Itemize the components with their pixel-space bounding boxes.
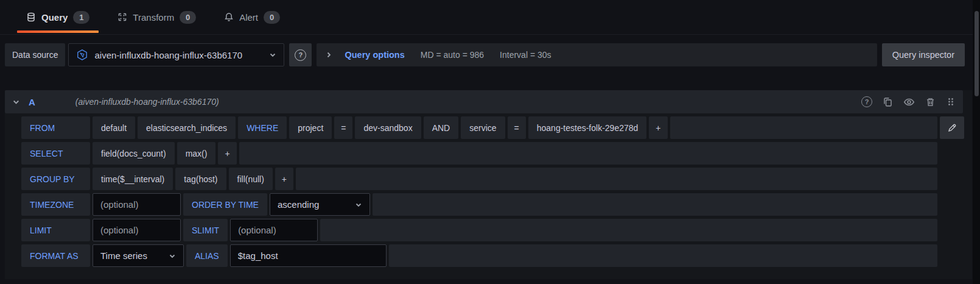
timezone-input[interactable]: [93, 193, 181, 216]
from-row: FROM default elasticsearch_indices WHERE…: [21, 116, 937, 139]
query-editor-tabbar: Query 1 Transform 0 Alert 0: [0, 0, 980, 35]
format-as-keyword: FORMAT AS: [21, 244, 90, 267]
chevron-down-icon: [269, 51, 276, 59]
alias-input[interactable]: [230, 244, 387, 267]
datasource-picker[interactable]: aiven-influxdb-hoang-influx-63b6170: [68, 43, 284, 66]
tab-transform[interactable]: Transform 0: [108, 0, 205, 34]
format-as-value: Time series: [100, 250, 147, 261]
add-group-by-button[interactable]: +: [275, 168, 293, 190]
where-tag-key-segment[interactable]: project: [289, 116, 332, 139]
row-fill: [670, 116, 938, 139]
group-by-row: GROUP BY time($__interval) tag(host) fil…: [21, 168, 937, 190]
datasource-toolbar: Data source aiven-influxdb-hoang-influx-…: [5, 43, 965, 66]
query-editor-panel: A (aiven-influxdb-hoang-influx-63b6170) …: [5, 90, 972, 279]
query-ref-id: A: [29, 97, 35, 107]
where-operator-segment[interactable]: =: [334, 116, 352, 139]
limit-row: LIMIT SLIMIT: [21, 219, 937, 241]
tab-alert[interactable]: Alert 0: [215, 0, 289, 34]
where-operator-segment[interactable]: =: [508, 116, 526, 139]
delete-query-trash-button[interactable]: [925, 97, 936, 107]
select-field-segment[interactable]: field(docs_count): [93, 142, 175, 165]
where-tag-key-segment[interactable]: service: [461, 116, 505, 139]
row-fill: [373, 193, 937, 216]
bell-icon: [224, 12, 234, 22]
duplicate-query-button[interactable]: [883, 97, 893, 107]
slimit-keyword: SLIMIT: [183, 219, 228, 241]
tab-query[interactable]: Query 1: [17, 0, 99, 34]
format-as-select[interactable]: Time series: [93, 244, 184, 267]
query-options-md: MD = auto = 986: [421, 50, 484, 60]
query-options-label: Query options: [345, 50, 404, 60]
group-by-time-segment[interactable]: time($__interval): [93, 168, 173, 190]
scrollbar-track: [973, 0, 980, 284]
select-row: SELECT field(docs_count) max() +: [21, 142, 937, 165]
tab-transform-count-badge: 0: [180, 11, 196, 24]
measurement-segment[interactable]: elasticsearch_indices: [138, 116, 236, 139]
group-by-fill-segment[interactable]: fill(null): [229, 168, 273, 190]
where-tag-value-segment[interactable]: dev-sandbox: [355, 116, 421, 139]
order-by-time-keyword: ORDER BY TIME: [183, 193, 267, 216]
datasource-help-button[interactable]: ?: [289, 43, 312, 66]
order-by-time-value: ascending: [278, 199, 319, 210]
query-header-actions: ?: [861, 96, 956, 108]
toggle-visibility-eye-button[interactable]: [903, 96, 915, 108]
edit-query-pencil-button[interactable]: [940, 116, 964, 139]
datasource-label: Data source: [5, 43, 65, 66]
from-keyword: FROM: [21, 116, 90, 139]
query-datasource-hint: (aiven-influxdb-hoang-influx-63b6170): [75, 97, 853, 107]
tab-query-label: Query: [41, 12, 68, 23]
limit-keyword: LIMIT: [21, 219, 90, 241]
slimit-input[interactable]: [230, 219, 318, 241]
group-by-tag-segment[interactable]: tag(host): [175, 168, 226, 190]
drag-handle-grip-icon[interactable]: [946, 97, 956, 107]
limit-input[interactable]: [93, 219, 181, 241]
where-tag-value-segment[interactable]: hoang-testes-folk-29e278d: [528, 116, 647, 139]
row-fill: [239, 142, 937, 165]
transform-icon: [117, 12, 127, 22]
chevron-right-icon: [325, 51, 332, 59]
question-circle-icon: ?: [861, 96, 872, 107]
where-condition-segment[interactable]: AND: [424, 116, 459, 139]
row-fill: [389, 244, 937, 267]
query-rows: FROM default elasticsearch_indices WHERE…: [21, 116, 937, 267]
tab-transform-label: Transform: [133, 12, 174, 23]
query-row-header[interactable]: A (aiven-influxdb-hoang-influx-63b6170) …: [5, 90, 963, 113]
database-icon: [26, 12, 36, 22]
tab-alert-label: Alert: [239, 12, 258, 23]
add-where-condition-button[interactable]: +: [649, 116, 667, 139]
help-button[interactable]: ?: [861, 96, 872, 107]
tab-alert-count-badge: 0: [264, 11, 280, 24]
datasource-name: aiven-influxdb-hoang-influx-63b6170: [94, 50, 263, 60]
scrollbar-thumb[interactable]: [975, 11, 979, 96]
timezone-keyword: TIMEZONE: [21, 193, 90, 216]
select-aggregation-segment[interactable]: max(): [177, 142, 216, 165]
alias-keyword: ALIAS: [186, 244, 228, 267]
influxdb-logo-icon: [76, 49, 88, 61]
query-inspector-button[interactable]: Query inspector: [882, 43, 965, 66]
order-by-time-select[interactable]: ascending: [270, 193, 370, 216]
row-fill: [320, 219, 937, 241]
query-options-bar[interactable]: Query options MD = auto = 986 Interval =…: [317, 43, 877, 66]
group-by-keyword: GROUP BY: [21, 168, 90, 190]
retention-policy-segment[interactable]: default: [93, 116, 135, 139]
chevron-down-icon: [355, 201, 362, 208]
question-circle-icon: ?: [295, 49, 306, 61]
tab-query-count-badge: 1: [73, 11, 89, 24]
chevron-down-icon: [169, 252, 176, 260]
add-select-part-button[interactable]: +: [218, 142, 236, 165]
collapse-chevron-icon[interactable]: [12, 98, 20, 106]
where-keyword: WHERE: [238, 116, 287, 139]
row-fill: [296, 168, 937, 190]
query-options-interval: Interval = 30s: [500, 50, 551, 60]
format-as-row: FORMAT AS Time series ALIAS: [21, 244, 937, 267]
select-keyword: SELECT: [21, 142, 90, 165]
timezone-row: TIMEZONE ORDER BY TIME ascending: [21, 193, 937, 216]
